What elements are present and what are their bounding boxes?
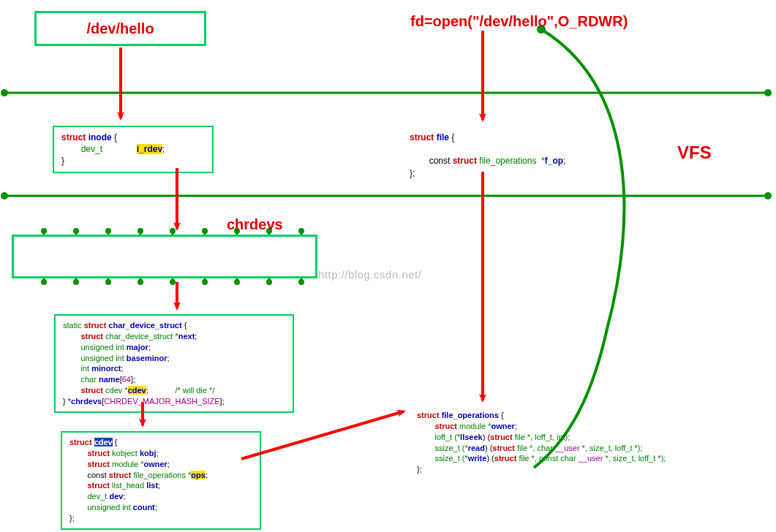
svg-point-26: [202, 279, 208, 285]
svg-point-4: [1, 192, 8, 200]
svg-point-18: [73, 279, 79, 285]
dev-hello-text: /dev/hello: [86, 20, 154, 37]
file-box: struct file { const struct file_operatio…: [401, 126, 601, 185]
svg-point-24: [170, 279, 176, 285]
svg-point-5: [764, 192, 772, 200]
chrdevs-label: chrdevs: [227, 216, 283, 233]
svg-point-23: [170, 228, 176, 234]
cds-code: static struct char_device_struct { struc…: [56, 316, 293, 411]
svg-line-40: [241, 411, 404, 459]
svg-point-15: [41, 228, 47, 234]
cdev-box: struct cdev { struct kobject kobj; struc…: [61, 431, 261, 530]
svg-point-28: [234, 279, 240, 285]
svg-point-21: [138, 228, 143, 234]
svg-point-22: [138, 279, 143, 285]
svg-point-32: [298, 279, 304, 285]
svg-point-2: [764, 89, 772, 96]
svg-point-31: [298, 228, 304, 234]
svg-point-20: [105, 279, 111, 285]
watermark: http://blog.csdn.net/: [318, 268, 421, 281]
cdev-code: struct cdev { struct kobject kobj; struc…: [62, 433, 260, 528]
svg-point-17: [73, 228, 79, 234]
inode-code: struct inode { dev_t i_rdev; }: [54, 127, 212, 172]
inode-box: struct inode { dev_t i_rdev; }: [53, 126, 214, 173]
dev-hello-box: /dev/hello: [34, 11, 206, 46]
fd-open-label: fd=open("/dev/hello",O_RDWR): [410, 13, 628, 30]
fops-box: struct file_operations { struct module *…: [410, 406, 768, 479]
svg-point-25: [202, 228, 208, 234]
chrdevs-array-box: [12, 235, 317, 278]
svg-point-16: [41, 279, 47, 285]
fops-code: struct file_operations { struct module *…: [410, 406, 768, 479]
file-code: struct file { const struct file_operatio…: [402, 127, 600, 183]
svg-point-30: [266, 279, 272, 285]
char-device-struct-box: static struct char_device_struct { struc…: [54, 314, 294, 413]
vfs-label: VFS: [677, 142, 712, 163]
svg-point-1: [1, 89, 8, 96]
svg-point-19: [105, 228, 111, 234]
